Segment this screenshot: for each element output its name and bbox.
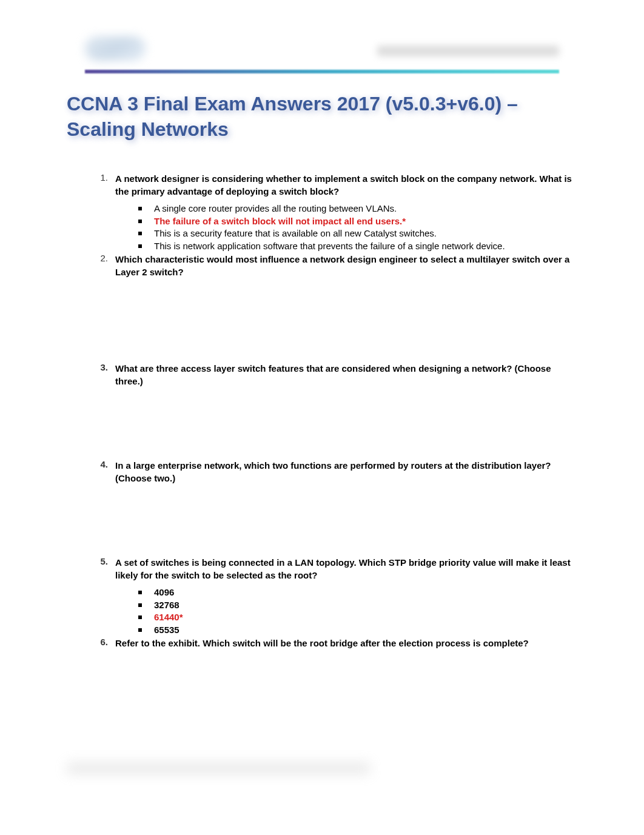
document-header [67, 36, 577, 67]
header-divider [85, 70, 559, 73]
answer-text: The failure of a switch block will not i… [154, 215, 406, 227]
answer-item: 32768 [138, 599, 577, 611]
question-text: A set of switches is being connected in … [115, 556, 577, 582]
footer-placeholder [67, 762, 370, 774]
answer-text: 32768 [154, 599, 179, 611]
bullet-icon [138, 207, 142, 210]
answer-text: This is a security feature that is avail… [154, 227, 437, 240]
question-number: 3. [97, 362, 115, 372]
answer-text: This is network application software tha… [154, 240, 505, 252]
answer-item: 61440* [138, 611, 577, 623]
question-number: 5. [97, 556, 115, 566]
question-item: 4.In a large enterprise network, which t… [97, 459, 577, 485]
logo-placeholder [85, 36, 146, 61]
bullet-icon [138, 244, 142, 248]
bullet-icon [138, 603, 142, 607]
header-text-placeholder [377, 45, 559, 56]
spacer [97, 489, 577, 556]
answers-list: A single core router provides all the ro… [97, 203, 577, 252]
bullet-icon [138, 628, 142, 632]
question-number: 1. [97, 172, 115, 183]
answer-item: The failure of a switch block will not i… [138, 215, 577, 227]
answer-text: A single core router provides all the ro… [154, 203, 397, 215]
question-item: 1.A network designer is considering whet… [97, 172, 577, 198]
answer-item: 4096 [138, 586, 577, 599]
spacer [97, 392, 577, 459]
question-item: 6.Refer to the exhibit. Which switch wil… [97, 637, 577, 649]
question-item: 3.What are three access layer switch fea… [97, 362, 577, 387]
question-text: Which characteristic would most influenc… [115, 253, 577, 278]
questions-list: 1.A network designer is considering whet… [67, 172, 577, 649]
bullet-icon [138, 615, 142, 619]
question-number: 4. [97, 459, 115, 469]
answer-item: 65535 [138, 624, 577, 636]
question-item: 5.A set of switches is being connected i… [97, 556, 577, 582]
question-number: 6. [97, 637, 115, 647]
answers-list: 40963276861440*65535 [97, 586, 577, 635]
answer-text: 65535 [154, 624, 179, 636]
answer-item: A single core router provides all the ro… [138, 203, 577, 215]
bullet-icon [138, 591, 142, 594]
question-text: In a large enterprise network, which two… [115, 459, 577, 485]
page-title: CCNA 3 Final Exam Answers 2017 (v5.0.3+v… [67, 92, 577, 142]
question-item: 2.Which characteristic would most influe… [97, 253, 577, 278]
answer-item: This is network application software tha… [138, 240, 577, 252]
spacer [97, 283, 577, 362]
answer-text: 61440* [154, 611, 183, 623]
question-text: Refer to the exhibit. Which switch will … [115, 637, 577, 649]
answer-text: 4096 [154, 586, 174, 599]
bullet-icon [138, 220, 142, 223]
question-text: What are three access layer switch featu… [115, 362, 577, 387]
bullet-icon [138, 232, 142, 235]
question-number: 2. [97, 253, 115, 263]
answer-item: This is a security feature that is avail… [138, 227, 577, 240]
question-text: A network designer is considering whethe… [115, 172, 577, 198]
